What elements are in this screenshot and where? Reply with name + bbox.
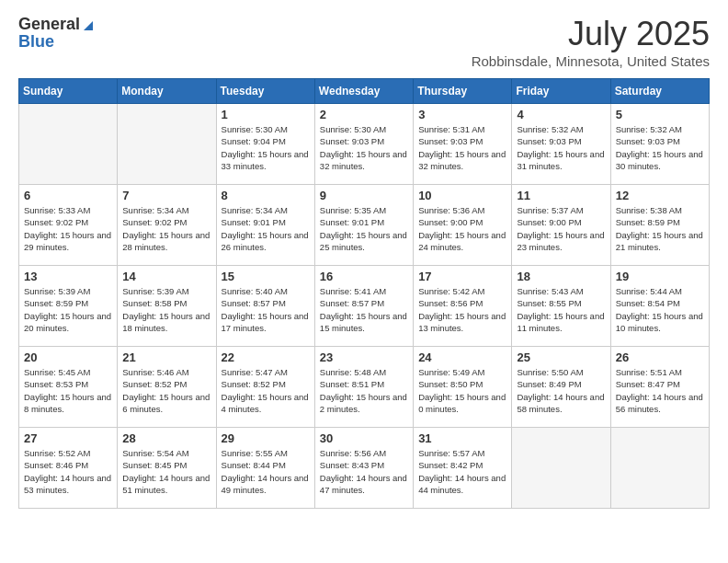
week-row-4: 20Sunrise: 5:45 AM Sunset: 8:53 PM Dayli…: [19, 347, 710, 428]
cell-info: Sunrise: 5:55 AM Sunset: 8:44 PM Dayligh…: [222, 447, 310, 496]
cell-info: Sunrise: 5:43 AM Sunset: 8:55 PM Dayligh…: [517, 285, 605, 334]
cell-info: Sunrise: 5:34 AM Sunset: 9:01 PM Dayligh…: [222, 204, 310, 253]
day-number: 14: [122, 270, 210, 283]
cell-info: Sunrise: 5:34 AM Sunset: 9:02 PM Dayligh…: [122, 204, 210, 253]
calendar-cell: 26Sunrise: 5:51 AM Sunset: 8:47 PM Dayli…: [610, 347, 709, 428]
calendar-cell: 29Sunrise: 5:55 AM Sunset: 8:44 PM Dayli…: [216, 428, 314, 509]
weekday-header-sunday: Sunday: [19, 79, 118, 104]
cell-info: Sunrise: 5:51 AM Sunset: 8:47 PM Dayligh…: [616, 366, 704, 415]
calendar-cell: [512, 428, 610, 509]
calendar-cell: 28Sunrise: 5:54 AM Sunset: 8:45 PM Dayli…: [118, 428, 216, 509]
day-number: 18: [517, 270, 605, 283]
calendar-cell: 13Sunrise: 5:39 AM Sunset: 8:59 PM Dayli…: [19, 266, 118, 347]
calendar-cell: 22Sunrise: 5:47 AM Sunset: 8:52 PM Dayli…: [216, 347, 314, 428]
cell-info: Sunrise: 5:49 AM Sunset: 8:50 PM Dayligh…: [418, 366, 506, 415]
calendar-cell: 31Sunrise: 5:57 AM Sunset: 8:42 PM Dayli…: [414, 428, 512, 509]
cell-info: Sunrise: 5:39 AM Sunset: 8:58 PM Dayligh…: [122, 285, 210, 334]
day-number: 2: [320, 108, 408, 121]
calendar-cell: 17Sunrise: 5:42 AM Sunset: 8:56 PM Dayli…: [414, 266, 512, 347]
svg-marker-0: [84, 21, 93, 30]
cell-info: Sunrise: 5:30 AM Sunset: 9:03 PM Dayligh…: [320, 123, 408, 172]
cell-info: Sunrise: 5:31 AM Sunset: 9:03 PM Dayligh…: [418, 123, 506, 172]
week-row-5: 27Sunrise: 5:52 AM Sunset: 8:46 PM Dayli…: [19, 428, 710, 509]
calendar-cell: 19Sunrise: 5:44 AM Sunset: 8:54 PM Dayli…: [610, 266, 709, 347]
weekday-header-saturday: Saturday: [610, 79, 709, 104]
day-number: 4: [517, 108, 605, 121]
logo-icon: [82, 19, 95, 32]
day-number: 8: [222, 189, 310, 202]
calendar-cell: 4Sunrise: 5:32 AM Sunset: 9:03 PM Daylig…: [512, 104, 610, 185]
cell-info: Sunrise: 5:30 AM Sunset: 9:04 PM Dayligh…: [222, 123, 310, 172]
calendar-cell: 2Sunrise: 5:30 AM Sunset: 9:03 PM Daylig…: [314, 104, 413, 185]
day-number: 6: [24, 189, 112, 202]
day-number: 17: [418, 270, 506, 283]
calendar-cell: 25Sunrise: 5:50 AM Sunset: 8:49 PM Dayli…: [512, 347, 610, 428]
day-number: 15: [222, 270, 310, 283]
weekday-header-friday: Friday: [512, 79, 610, 104]
cell-info: Sunrise: 5:41 AM Sunset: 8:57 PM Dayligh…: [320, 285, 408, 334]
cell-info: Sunrise: 5:36 AM Sunset: 9:00 PM Dayligh…: [418, 204, 506, 253]
cell-info: Sunrise: 5:50 AM Sunset: 8:49 PM Dayligh…: [517, 366, 605, 415]
calendar-cell: 11Sunrise: 5:37 AM Sunset: 9:00 PM Dayli…: [512, 185, 610, 266]
day-number: 12: [616, 189, 704, 202]
calendar-cell: [610, 428, 709, 509]
day-number: 23: [320, 350, 408, 364]
cell-info: Sunrise: 5:44 AM Sunset: 8:54 PM Dayligh…: [616, 285, 704, 334]
calendar-cell: 6Sunrise: 5:33 AM Sunset: 9:02 PM Daylig…: [19, 185, 118, 266]
calendar-cell: 8Sunrise: 5:34 AM Sunset: 9:01 PM Daylig…: [216, 185, 314, 266]
calendar-cell: 16Sunrise: 5:41 AM Sunset: 8:57 PM Dayli…: [314, 266, 413, 347]
day-number: 19: [616, 270, 704, 283]
calendar-cell: [118, 104, 216, 185]
weekday-header-thursday: Thursday: [414, 79, 512, 104]
calendar-cell: 10Sunrise: 5:36 AM Sunset: 9:00 PM Dayli…: [414, 185, 512, 266]
calendar-table: SundayMondayTuesdayWednesdayThursdayFrid…: [18, 78, 710, 509]
calendar-cell: 15Sunrise: 5:40 AM Sunset: 8:57 PM Dayli…: [216, 266, 314, 347]
week-row-1: 1Sunrise: 5:30 AM Sunset: 9:04 PM Daylig…: [19, 104, 710, 185]
day-number: 10: [418, 189, 506, 202]
location: Robbinsdale, Minnesota, United States: [472, 53, 710, 69]
day-number: 30: [320, 431, 408, 445]
day-number: 28: [122, 431, 210, 445]
day-number: 22: [222, 350, 310, 364]
day-number: 25: [517, 350, 605, 364]
day-number: 3: [418, 108, 506, 121]
day-number: 7: [122, 189, 210, 202]
logo-general: General: [18, 15, 80, 34]
calendar-cell: 27Sunrise: 5:52 AM Sunset: 8:46 PM Dayli…: [19, 428, 118, 509]
calendar-cell: 9Sunrise: 5:35 AM Sunset: 9:01 PM Daylig…: [314, 185, 413, 266]
calendar-cell: 7Sunrise: 5:34 AM Sunset: 9:02 PM Daylig…: [118, 185, 216, 266]
logo: General Blue: [18, 15, 95, 52]
weekday-header-row: SundayMondayTuesdayWednesdayThursdayFrid…: [19, 79, 710, 104]
day-number: 21: [122, 350, 210, 364]
calendar-cell: 18Sunrise: 5:43 AM Sunset: 8:55 PM Dayli…: [512, 266, 610, 347]
calendar-cell: 3Sunrise: 5:31 AM Sunset: 9:03 PM Daylig…: [414, 104, 512, 185]
cell-info: Sunrise: 5:40 AM Sunset: 8:57 PM Dayligh…: [222, 285, 310, 334]
weekday-header-wednesday: Wednesday: [314, 79, 413, 104]
cell-info: Sunrise: 5:37 AM Sunset: 9:00 PM Dayligh…: [517, 204, 605, 253]
day-number: 5: [616, 108, 704, 121]
day-number: 27: [24, 431, 112, 445]
logo-blue: Blue: [18, 32, 95, 52]
calendar-cell: 24Sunrise: 5:49 AM Sunset: 8:50 PM Dayli…: [414, 347, 512, 428]
day-number: 16: [320, 270, 408, 283]
day-number: 11: [517, 189, 605, 202]
calendar-cell: [19, 104, 118, 185]
calendar-cell: 12Sunrise: 5:38 AM Sunset: 8:59 PM Dayli…: [610, 185, 709, 266]
cell-info: Sunrise: 5:46 AM Sunset: 8:52 PM Dayligh…: [122, 366, 210, 415]
cell-info: Sunrise: 5:45 AM Sunset: 8:53 PM Dayligh…: [24, 366, 112, 415]
cell-info: Sunrise: 5:57 AM Sunset: 8:42 PM Dayligh…: [418, 447, 506, 496]
calendar-cell: 30Sunrise: 5:56 AM Sunset: 8:43 PM Dayli…: [314, 428, 413, 509]
day-number: 24: [418, 350, 506, 364]
day-number: 9: [320, 189, 408, 202]
day-number: 1: [222, 108, 310, 121]
cell-info: Sunrise: 5:47 AM Sunset: 8:52 PM Dayligh…: [222, 366, 310, 415]
cell-info: Sunrise: 5:33 AM Sunset: 9:02 PM Dayligh…: [24, 204, 112, 253]
page-header: General Blue July 2025 Robbinsdale, Minn…: [18, 15, 710, 69]
week-row-2: 6Sunrise: 5:33 AM Sunset: 9:02 PM Daylig…: [19, 185, 710, 266]
cell-info: Sunrise: 5:32 AM Sunset: 9:03 PM Dayligh…: [616, 123, 704, 172]
calendar-cell: 14Sunrise: 5:39 AM Sunset: 8:58 PM Dayli…: [118, 266, 216, 347]
cell-info: Sunrise: 5:56 AM Sunset: 8:43 PM Dayligh…: [320, 447, 408, 496]
cell-info: Sunrise: 5:48 AM Sunset: 8:51 PM Dayligh…: [320, 366, 408, 415]
day-number: 31: [418, 431, 506, 445]
cell-info: Sunrise: 5:42 AM Sunset: 8:56 PM Dayligh…: [418, 285, 506, 334]
